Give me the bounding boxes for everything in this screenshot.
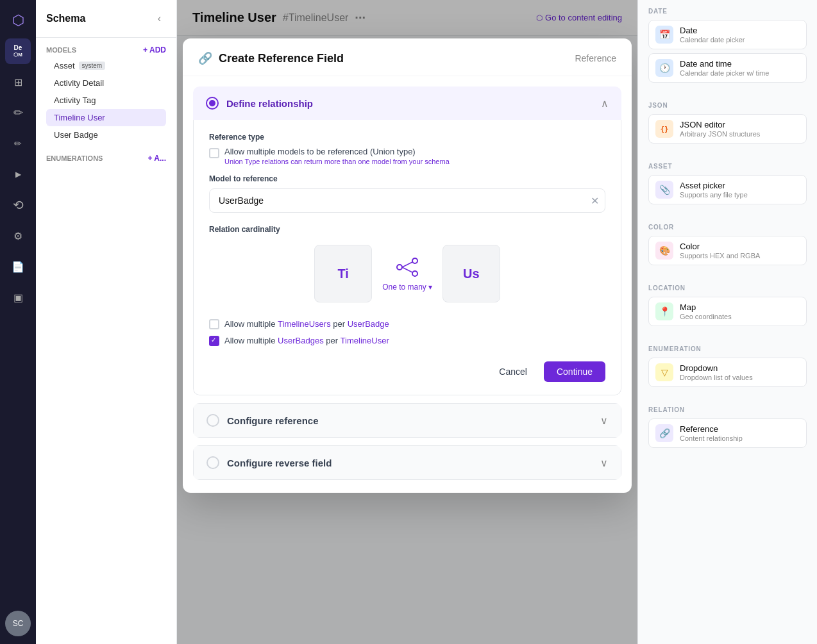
allow-multiple-1-row: Allow multiple TimelineUsers per UserBad… <box>209 318 605 329</box>
right-section-enumeration: ENUMERATION ▽ Dropdown Dropdown list of … <box>638 338 817 399</box>
union-type-checkbox[interactable] <box>209 148 219 158</box>
map-field-desc: Geo coordinates <box>680 313 800 320</box>
color-field-desc: Supports HEX and RGBA <box>680 252 800 260</box>
modal-badge: Reference <box>575 53 616 63</box>
configure-reverse-header[interactable]: Configure reverse field ∨ <box>193 445 621 480</box>
color-icon: 🎨 <box>655 242 673 260</box>
cancel-button[interactable]: Cancel <box>489 361 537 382</box>
json-field-name: JSON editor <box>680 120 800 129</box>
configure-reference-radio <box>206 414 219 427</box>
reference-type-label: Reference type <box>209 133 605 142</box>
asset-icon: 📎 <box>655 181 673 199</box>
map-field-name: Map <box>680 302 800 312</box>
relation-icon <box>396 256 419 279</box>
cardinality-dropdown[interactable]: One to many ▾ <box>382 283 432 292</box>
allow-multiple-2-checkbox[interactable] <box>209 336 219 346</box>
json-icon: {} <box>655 120 673 138</box>
models-section: Models + Add Asset system Activity Detai… <box>36 38 176 146</box>
dropdown-field-name: Dropdown <box>680 363 800 373</box>
sidebar-avatar[interactable]: SC <box>5 611 31 636</box>
date-field-desc: Calendar date picker <box>680 36 800 44</box>
reference-icon: 🔗 <box>655 424 673 442</box>
allow-multiple-2-row: Allow multiple UserBadges per TimelineUs… <box>209 334 605 346</box>
model-input-wrapper: ✕ <box>209 188 605 213</box>
define-chevron-icon: ∧ <box>601 97 609 110</box>
user-badges-link[interactable]: UserBadges <box>278 336 324 345</box>
sidebar-item-edit2[interactable]: ✏ <box>5 131 31 156</box>
sidebar-item-square[interactable]: ▣ <box>5 285 31 310</box>
sidebar-item-integrations[interactable]: ⟲ <box>5 192 31 218</box>
date-section-label: DATE <box>648 8 807 15</box>
enumeration-section-label: ENUMERATION <box>648 345 807 352</box>
map-icon: 📍 <box>655 302 673 320</box>
asset-field-name: Asset picker <box>680 181 800 190</box>
right-panel: DATE 📅 Date Calendar date picker 🕐 Date … <box>637 0 817 644</box>
nav-item-user-badge[interactable]: User Badge <box>46 126 166 144</box>
cardinality-label: Relation cardinality <box>209 225 280 234</box>
right-section-color: COLOR 🎨 Color Supports HEX and RGBA <box>638 216 817 277</box>
configure-reference-section: Configure reference ∨ <box>193 403 621 438</box>
add-model-button[interactable]: + Add <box>143 45 166 54</box>
relation-section-label: RELATION <box>648 406 807 413</box>
define-relationship-title: Define relationship <box>226 98 593 109</box>
configure-reference-title: Configure reference <box>227 415 593 426</box>
nav-panel: Schema ‹ Models + Add Asset system Activ… <box>36 0 177 644</box>
sidebar-item-de-m[interactable]: De ⬡M <box>5 38 31 64</box>
nav-title: Schema <box>46 13 85 24</box>
continue-button[interactable]: Continue <box>544 361 605 382</box>
enumerations-section: Enumerations + A... <box>36 146 176 168</box>
add-enumeration-button[interactable]: + A... <box>147 154 166 163</box>
json-section-label: JSON <box>648 102 807 109</box>
date-field-item[interactable]: 📅 Date Calendar date picker <box>648 20 807 49</box>
configure-reference-header[interactable]: Configure reference ∨ <box>193 403 621 438</box>
sidebar-item-sliders[interactable]: ⚙ <box>5 223 31 249</box>
asset-field-item[interactable]: 📎 Asset picker Supports any file type <box>648 175 807 204</box>
sidebar-logo[interactable]: ⬡ <box>5 8 31 33</box>
sidebar-item-layers[interactable]: ⊞ <box>5 69 31 95</box>
svg-line-3 <box>402 262 412 267</box>
timeline-user-link[interactable]: TimelineUser <box>341 336 389 345</box>
timeline-users-link[interactable]: TimelineUsers <box>278 319 331 329</box>
model-to-reference-label: Model to reference <box>209 174 605 183</box>
color-field-item[interactable]: 🎨 Color Supports HEX and RGBA <box>648 236 807 265</box>
date-time-field-item[interactable]: 🕐 Date and time Calendar date picker w/ … <box>648 53 807 83</box>
dropdown-field-item[interactable]: ▽ Dropdown Dropdown list of values <box>648 358 807 387</box>
configure-reverse-field-section: Configure reverse field ∨ <box>193 445 621 480</box>
collapse-nav-button[interactable]: ‹ <box>153 10 166 27</box>
right-section-relation: RELATION 🔗 Reference Content relationshi… <box>638 399 817 459</box>
date-icon: 📅 <box>655 26 673 44</box>
sidebar-item-edit1[interactable]: ✏ <box>5 100 31 126</box>
right-section-location: LOCATION 📍 Map Geo coordinates <box>638 277 817 338</box>
right-section-asset: ASSET 📎 Asset picker Supports any file t… <box>638 155 817 216</box>
map-field-item[interactable]: 📍 Map Geo coordinates <box>648 297 807 326</box>
modal-accordion: Define relationship ∧ Reference type All… <box>193 87 621 480</box>
svg-line-4 <box>402 267 412 272</box>
model-input[interactable] <box>209 188 605 213</box>
right-section-date: DATE 📅 Date Calendar date picker 🕐 Date … <box>638 0 817 94</box>
allow-multiple-1-checkbox[interactable] <box>209 319 219 329</box>
clear-model-icon[interactable]: ✕ <box>591 195 599 207</box>
color-field-name: Color <box>680 242 800 251</box>
define-relationship-header[interactable]: Define relationship ∧ <box>193 87 621 120</box>
nav-item-timeline-user[interactable]: Timeline User <box>46 109 166 126</box>
sidebar-item-doc[interactable]: 📄 <box>5 254 31 279</box>
dropdown-icon: ▽ <box>655 363 673 381</box>
modal-header: 🔗 Create Reference Field Reference <box>183 38 632 76</box>
sidebar-item-play[interactable]: ▶ <box>5 161 31 187</box>
create-reference-field-modal: 🔗 Create Reference Field Reference Defin… <box>183 38 632 493</box>
nav-item-activity-detail[interactable]: Activity Detail <box>46 74 166 92</box>
define-relationship-section: Define relationship ∧ Reference type All… <box>193 87 621 395</box>
date-time-field-desc: Calendar date picker w/ time <box>680 69 800 77</box>
nav-item-activity-tag[interactable]: Activity Tag <box>46 92 166 109</box>
asset-section-label: ASSET <box>648 163 807 170</box>
modal-overlay: 🔗 Create Reference Field Reference Defin… <box>177 0 637 644</box>
user-badge-link[interactable]: UserBadge <box>348 319 389 329</box>
reference-field-name: Reference <box>680 424 800 434</box>
cardinality-diagram: Ti <box>209 235 605 313</box>
reference-field-item[interactable]: 🔗 Reference Content relationship <box>648 418 807 448</box>
union-type-row: Allow multiple models to be referenced (… <box>209 147 605 165</box>
enumerations-section-header: Enumerations + A... <box>46 154 166 163</box>
date-field-name: Date <box>680 26 800 35</box>
json-field-item[interactable]: {} JSON editor Arbitrary JSON structures <box>648 114 807 144</box>
nav-item-asset[interactable]: Asset system <box>46 57 166 74</box>
